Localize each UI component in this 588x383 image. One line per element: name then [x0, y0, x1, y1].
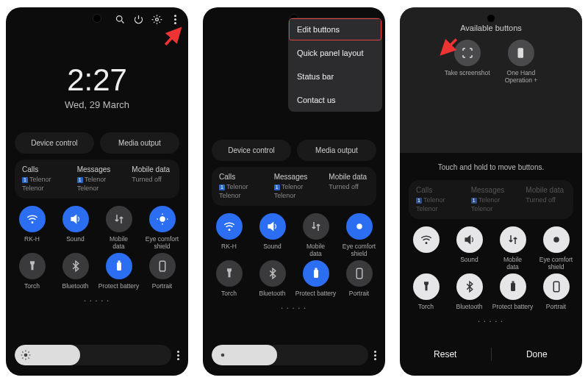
brightness-slider[interactable]: [15, 345, 179, 365]
torch-toggle[interactable]: [413, 273, 440, 300]
svg-line-20: [22, 358, 23, 359]
svg-rect-24: [314, 270, 318, 278]
portrait-toggle[interactable]: [543, 273, 570, 300]
bluetooth-toggle[interactable]: [62, 253, 89, 279]
svg-rect-32: [511, 283, 515, 291]
eye-comfort-toggle[interactable]: [346, 213, 373, 240]
toolbar: [114, 13, 181, 25]
torch-toggle[interactable]: [19, 253, 46, 279]
screenshot-panel-1: 2:27 Wed, 29 March Device control Media …: [6, 7, 188, 376]
hint-text: Touch and hold to move buttons.: [400, 163, 582, 171]
svg-rect-34: [553, 282, 559, 292]
brightness-slider[interactable]: [212, 345, 376, 365]
screenshot-panel-3: Available buttons Take screenshot One Ha…: [400, 7, 582, 376]
svg-point-31: [553, 237, 559, 243]
svg-line-3: [165, 29, 180, 45]
sound-toggle[interactable]: [62, 206, 89, 232]
sim-mobile-title: Mobile data: [132, 165, 179, 173]
one-hand-toggle[interactable]: [508, 40, 534, 66]
torch-toggle[interactable]: [216, 260, 243, 287]
toggle-grid: RK-H Sound Mobile data Eye comfort shiel…: [6, 198, 188, 297]
wifi-toggle[interactable]: [413, 226, 440, 253]
svg-point-5: [159, 216, 165, 222]
media-output-button[interactable]: Media output: [297, 140, 376, 161]
svg-point-22: [229, 229, 230, 231]
control-pills: Device control Media output: [203, 140, 385, 161]
page-indicator: • • • • •: [400, 319, 582, 323]
clock: 2:27 Wed, 29 March: [6, 62, 188, 110]
available-title: Available buttons: [400, 7, 582, 32]
gear-icon[interactable]: [151, 13, 162, 25]
clock-time: 2:27: [6, 62, 188, 98]
eye-comfort-toggle[interactable]: [149, 206, 176, 232]
sim-messages-title: Messages: [77, 165, 125, 173]
page-indicator: • • • • •: [6, 298, 188, 303]
available-buttons-area: Available buttons Take screenshot One Ha…: [400, 7, 582, 153]
sim-calls-title: Calls: [22, 165, 70, 173]
clock-date: Wed, 29 March: [6, 99, 188, 110]
svg-line-19: [29, 358, 29, 359]
eye-comfort-toggle[interactable]: [543, 226, 570, 253]
svg-line-1: [121, 21, 123, 23]
toggle-grid: RK-H Sound Mobile data Eye comfort shiel…: [203, 206, 385, 304]
more-icon[interactable]: [169, 13, 181, 25]
svg-point-4: [32, 222, 33, 223]
page-indicator: • • • • •: [203, 306, 385, 310]
overflow-menu: Edit buttons Quick panel layout Status b…: [288, 18, 382, 112]
svg-rect-12: [159, 261, 165, 271]
screenshot-panel-2: Edit buttons Quick panel layout Status b…: [203, 7, 385, 376]
done-button[interactable]: Done: [492, 343, 583, 365]
svg-point-0: [116, 15, 122, 21]
search-icon[interactable]: [114, 13, 126, 25]
svg-rect-33: [512, 282, 514, 283]
svg-point-30: [426, 243, 427, 244]
sim-block[interactable]: Calls1TelenorTelenor Messages1TelenorTel…: [15, 160, 179, 198]
toggle-grid-edit: Sound Sound Mobile data Eye comfort shie…: [400, 219, 582, 318]
wifi-toggle[interactable]: [216, 213, 243, 240]
sim-block[interactable]: Calls1TelenorTelenor Messages1TelenorTel…: [212, 167, 376, 206]
protect-battery-toggle[interactable]: [106, 253, 132, 279]
mobile-data-toggle[interactable]: [303, 213, 329, 240]
menu-quick-panel-layout[interactable]: Quick panel layout: [288, 41, 382, 65]
portrait-toggle[interactable]: [149, 253, 176, 279]
portrait-toggle[interactable]: [346, 260, 373, 287]
device-control-button[interactable]: Device control: [15, 132, 94, 154]
media-output-button[interactable]: Media output: [100, 132, 179, 154]
reset-button[interactable]: Reset: [400, 343, 491, 365]
svg-rect-25: [315, 268, 317, 270]
svg-rect-11: [118, 261, 120, 262]
screenshot-toggle[interactable]: [454, 40, 481, 66]
svg-rect-26: [356, 268, 362, 279]
menu-status-bar[interactable]: Status bar: [288, 65, 382, 88]
mobile-data-toggle[interactable]: [500, 226, 526, 253]
protect-battery-toggle[interactable]: [500, 273, 526, 300]
svg-point-13: [24, 354, 28, 357]
svg-point-2: [155, 18, 158, 21]
svg-line-21: [29, 351, 29, 352]
sim-block-dim: Calls1TelenorTelenor Messages1TelenorTel…: [409, 180, 573, 219]
svg-rect-28: [517, 48, 523, 58]
slider-more-icon[interactable]: [374, 351, 376, 360]
menu-contact-us[interactable]: Contact us: [288, 88, 382, 112]
bluetooth-toggle[interactable]: [259, 260, 286, 287]
menu-edit-buttons[interactable]: Edit buttons: [288, 18, 382, 41]
annotation-arrow: [160, 24, 187, 50]
wifi-toggle[interactable]: [19, 206, 46, 232]
svg-line-18: [22, 351, 23, 352]
svg-point-27: [221, 354, 225, 357]
sound-toggle[interactable]: [456, 226, 483, 253]
power-icon[interactable]: [132, 13, 144, 25]
sound-toggle[interactable]: [259, 213, 286, 240]
device-control-button[interactable]: Device control: [212, 140, 291, 161]
mobile-data-toggle[interactable]: [106, 206, 132, 232]
control-pills: Device control Media output: [6, 132, 188, 154]
slider-more-icon[interactable]: [177, 351, 179, 360]
svg-rect-10: [117, 262, 121, 271]
svg-point-23: [356, 223, 362, 229]
edit-action-bar: Reset Done: [400, 343, 582, 365]
bluetooth-toggle[interactable]: [456, 273, 483, 300]
protect-battery-toggle[interactable]: [303, 260, 329, 287]
